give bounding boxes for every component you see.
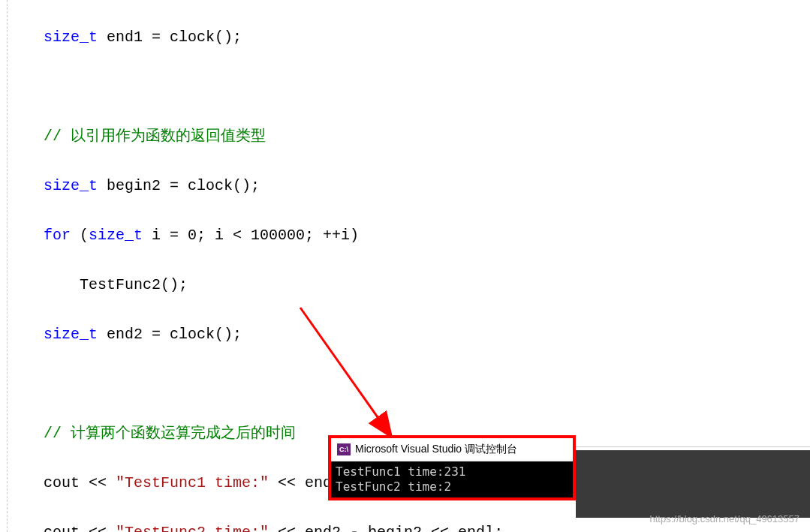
code-line: // 以引用作为函数的返回值类型 [8,124,810,149]
code-line [8,74,810,99]
vs-icon: C:\ [337,443,351,455]
watermark: https://blog.csdn.net/qq_49613557 [650,513,800,524]
code-line: size_t begin2 = clock(); [8,173,810,198]
code-line: TestFunc2(); [8,272,810,297]
console-title: Microsoft Visual Studio 调试控制台 [355,443,517,456]
console-window: C:\ Microsoft Visual Studio 调试控制台 TestFu… [328,435,576,500]
code-line: size_t end2 = clock(); [8,322,810,347]
console-output[interactable]: TestFunc1 time:231 TestFunc2 time:2 [331,461,573,497]
code-line: for (size_t i = 0; i < 100000; ++i) [8,223,810,248]
code-line: size_t end1 = clock(); [8,25,810,50]
console-titlebar[interactable]: C:\ Microsoft Visual Studio 调试控制台 [331,438,573,461]
console-bg-extension [576,450,810,518]
code-gutter [0,0,8,532]
code-line [8,371,810,396]
